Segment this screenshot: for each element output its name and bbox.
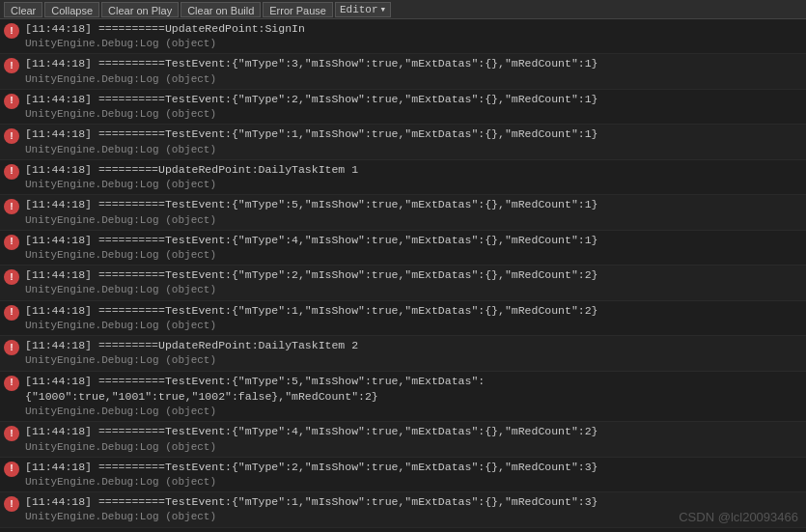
log-content: [11:44:18] ==========TestEvent:{"mType":…: [25, 197, 802, 227]
log-line2: UnityEngine.Debug:Log (object): [25, 178, 802, 192]
log-line2: UnityEngine.Debug:Log (object): [25, 510, 802, 524]
log-line2: UnityEngine.Debug:Log (object): [25, 213, 802, 228]
log-entry[interactable]: ![11:44:18] =========UpdateRedPoint:Dail…: [0, 160, 806, 195]
log-entry[interactable]: ![11:44:18] ==========TestEvent:{"mType"…: [0, 231, 806, 266]
log-entry[interactable]: ![11:44:18] ==========UpdateRedPoint:Sig…: [0, 19, 806, 54]
log-content: [11:44:18] ==========TestEvent:{"mType":…: [25, 56, 802, 86]
error-icon: !: [4, 496, 19, 512]
log-line1: [11:44:18] ==========TestEvent:{"mType":…: [25, 424, 802, 439]
log-entry[interactable]: ![11:44:18] ==========TestEvent:{"mType"…: [0, 90, 806, 125]
log-line1: [11:44:18] =========UpdateRedPoint:Daily…: [25, 338, 802, 353]
clear-on-play-button[interactable]: Clear on Play: [101, 2, 179, 17]
log-line2: UnityEngine.Debug:Log (object): [25, 107, 802, 122]
clear-button[interactable]: Clear: [4, 2, 42, 17]
error-icon: !: [4, 269, 19, 285]
log-content: [11:44:18] ==========UpdateRedPoint:Sign…: [25, 21, 802, 51]
error-icon: !: [4, 58, 19, 73]
clear-on-build-button[interactable]: Clear on Build: [181, 2, 261, 17]
toolbar: Clear Collapse Clear on Play Clear on Bu…: [0, 0, 806, 19]
log-line2: UnityEngine.Debug:Log (object): [25, 475, 802, 490]
editor-label: Editor: [340, 3, 378, 16]
log-line1: [11:44:18] ==========TestEvent:{"mType":…: [25, 303, 802, 319]
log-entry[interactable]: ![11:44:18] ==========TestEvent:{"mType"…: [0, 125, 806, 159]
log-content: [11:44:18] ==========TestEvent:{"mType":…: [25, 303, 802, 333]
log-line1: [11:44:18] ==========TestEvent:{"mType":…: [25, 92, 802, 107]
log-line1: [11:44:18] ==========TestEvent:{"mType":…: [25, 374, 802, 405]
error-icon: !: [4, 462, 19, 477]
log-entry[interactable]: ![11:44:18] =========UpdateRedPoint:Dail…: [0, 336, 806, 371]
log-content: [11:44:18] =========UpdateRedPoint:Daily…: [25, 162, 802, 192]
collapse-button[interactable]: Collapse: [44, 2, 99, 17]
error-icon: !: [4, 305, 19, 321]
log-line1: [11:44:18] ==========TestEvent:{"mType":…: [25, 56, 802, 71]
error-icon: !: [4, 235, 19, 250]
error-icon: !: [4, 164, 19, 180]
log-area[interactable]: ![11:44:18] ==========UpdateRedPoint:Sig…: [0, 19, 806, 532]
error-icon: !: [4, 94, 19, 109]
error-icon: !: [4, 376, 19, 391]
log-line2: UnityEngine.Debug:Log (object): [25, 72, 802, 87]
log-entry[interactable]: ![11:44:18] ==========TestEvent:{"mType"…: [0, 54, 806, 89]
log-line2: UnityEngine.Debug:Log (object): [25, 319, 802, 333]
log-entry[interactable]: ![11:44:18] ==========TestEvent:{"mType"…: [0, 372, 806, 423]
log-content: [11:44:18] ==========TestEvent:{"mType":…: [25, 494, 802, 524]
log-line1: [11:44:18] ==========TestEvent:{"mType":…: [25, 197, 802, 212]
editor-dropdown[interactable]: Editor ▾: [335, 2, 391, 17]
log-line1: [11:44:18] ==========TestEvent:{"mType":…: [25, 494, 802, 510]
error-pause-button[interactable]: Error Pause: [263, 2, 333, 17]
log-content: [11:44:18] =========UpdateRedPoint:Daily…: [25, 338, 802, 368]
log-line2: UnityEngine.Debug:Log (object): [25, 353, 802, 368]
log-content: [11:44:18] ==========TestEvent:{"mType":…: [25, 92, 802, 122]
log-line2: UnityEngine.Debug:Log (object): [25, 37, 802, 51]
log-line2: UnityEngine.Debug:Log (object): [25, 283, 802, 297]
log-entry[interactable]: ![11:44:18] ==========TestEvent:{"mType"…: [0, 195, 806, 230]
log-entry[interactable]: ![11:44:18] ==========TestEvent:{"mType"…: [0, 458, 806, 492]
log-content: [11:44:18] ==========TestEvent:{"mType":…: [25, 374, 802, 420]
log-line2: UnityEngine.Debug:Log (object): [25, 143, 802, 157]
log-content: [11:44:18] ==========TestEvent:{"mType":…: [25, 460, 802, 490]
log-line2: UnityEngine.Debug:Log (object): [25, 440, 802, 455]
log-content: [11:44:18] ==========TestEvent:{"mType":…: [25, 267, 802, 297]
log-entry[interactable]: ![11:44:18] ==========TestEvent:{"mType"…: [0, 492, 806, 527]
log-entry[interactable]: ![11:44:18] ==========TestEvent:{"mType"…: [0, 266, 806, 300]
log-content: [11:44:18] ==========TestEvent:{"mType":…: [25, 424, 802, 454]
log-entry[interactable]: ![11:44:18] ==========TestEvent:{"mType"…: [0, 301, 806, 336]
error-icon: !: [4, 426, 19, 441]
log-line2: UnityEngine.Debug:Log (object): [25, 405, 802, 419]
editor-dropdown-icon: ▾: [380, 3, 387, 16]
error-icon: !: [4, 340, 19, 355]
log-line1: [11:44:18] =========UpdateRedPoint:Daily…: [25, 162, 802, 178]
log-line1: [11:44:18] ==========TestEvent:{"mType":…: [25, 233, 802, 248]
error-icon: !: [4, 199, 19, 214]
log-line1: [11:44:18] ==========TestEvent:{"mType":…: [25, 267, 802, 283]
log-entry[interactable]: ![11:44:18] ==========TestEvent:{"mType"…: [0, 422, 806, 457]
log-line1: [11:44:18] ==========TestEvent:{"mType":…: [25, 126, 802, 142]
log-line1: [11:44:18] ==========TestEvent:{"mType":…: [25, 460, 802, 475]
log-content: [11:44:18] ==========TestEvent:{"mType":…: [25, 126, 802, 156]
log-content: [11:44:18] ==========TestEvent:{"mType":…: [25, 233, 802, 263]
error-icon: !: [4, 23, 19, 39]
error-icon: !: [4, 128, 19, 144]
log-line1: [11:44:18] ==========UpdateRedPoint:Sign…: [25, 21, 802, 37]
log-line2: UnityEngine.Debug:Log (object): [25, 248, 802, 263]
